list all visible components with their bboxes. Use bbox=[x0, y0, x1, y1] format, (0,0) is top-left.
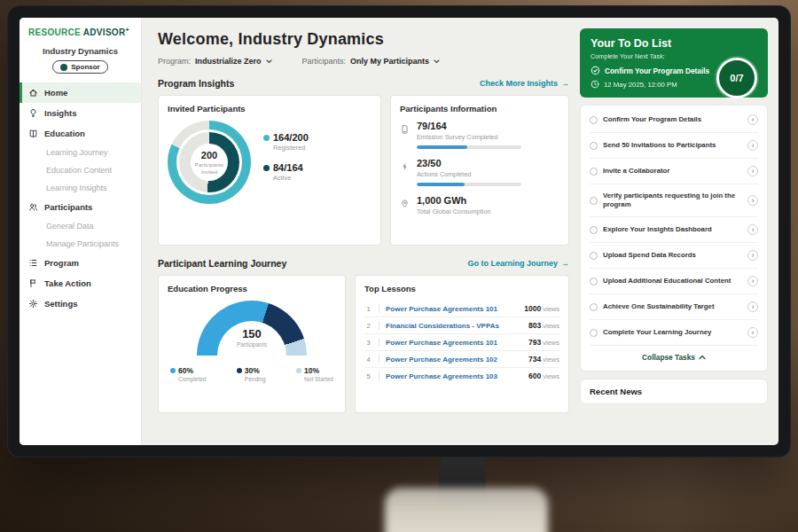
participant-learning-header: Participant Learning Journey Go to Learn… bbox=[158, 258, 569, 269]
divider bbox=[379, 372, 379, 380]
chevron-right-icon[interactable]: › bbox=[747, 224, 758, 235]
todo-tasks-card: Confirm Your Program Details › Send 50 I… bbox=[580, 105, 768, 372]
clock-icon bbox=[591, 80, 599, 89]
go-to-learning-journey-link[interactable]: Go to Learning Journey → bbox=[467, 259, 569, 268]
sidebar-item-manage-participants[interactable]: Manage Participants bbox=[20, 235, 141, 253]
bolt-icon bbox=[400, 158, 411, 186]
donut-center-value: 200 bbox=[201, 150, 217, 160]
task-checkbox[interactable] bbox=[590, 303, 598, 311]
legend-item: 10% Not Started bbox=[296, 366, 333, 382]
legend-dot bbox=[296, 368, 301, 373]
todo-task-row[interactable]: Achieve One Sustainability Target › bbox=[590, 294, 758, 320]
home-icon bbox=[28, 88, 38, 98]
screen: RESOURCE ADVISOR+ Industry Dynamics Spon… bbox=[20, 18, 778, 445]
sidebar-item-program[interactable]: Program bbox=[20, 253, 141, 273]
todo-task-row[interactable]: Explore Your Insights Dashboard › bbox=[590, 217, 758, 243]
todo-task-row[interactable]: Send 50 Invitations to Participants › bbox=[590, 133, 758, 159]
top-lessons-card: Top Lessons 1 Power Purchase Agreements … bbox=[355, 275, 569, 413]
lesson-link[interactable]: Power Purchase Agreements 102 bbox=[386, 356, 523, 364]
task-checkbox[interactable] bbox=[590, 278, 598, 286]
sidebar-item-participants[interactable]: Participants bbox=[20, 197, 141, 217]
sidebar-item-settings[interactable]: Settings bbox=[20, 293, 141, 314]
chevron-up-icon bbox=[699, 355, 706, 360]
chevron-right-icon[interactable]: › bbox=[747, 166, 758, 176]
monitor-stand-base bbox=[385, 488, 548, 532]
brand-logo: RESOURCE ADVISOR+ bbox=[20, 27, 141, 44]
meter-icon bbox=[400, 121, 411, 149]
todo-task-row[interactable]: Upload Additional Educational Content › bbox=[590, 269, 758, 294]
sidebar-item-home[interactable]: Home bbox=[20, 82, 141, 103]
lesson-link[interactable]: Financial Considerations - VPPAs bbox=[386, 322, 523, 330]
task-checkbox[interactable] bbox=[590, 197, 598, 205]
legend-item: 84/164 Active bbox=[263, 162, 309, 182]
chevron-right-icon[interactable]: › bbox=[747, 276, 758, 286]
program-insights-header: Program Insights Check More Insights → bbox=[158, 78, 569, 89]
page-title: Welcome, Industry Dynamics bbox=[158, 30, 569, 49]
todo-task-row[interactable]: Invite a Collaborator › bbox=[590, 159, 758, 184]
chevron-right-icon[interactable]: › bbox=[747, 195, 758, 206]
dashboard-app: RESOURCE ADVISOR+ Industry Dynamics Spon… bbox=[20, 18, 778, 445]
lesson-link[interactable]: Power Purchase Agreements 103 bbox=[386, 372, 523, 380]
task-checkbox[interactable] bbox=[590, 329, 598, 337]
sidebar-item-take-action[interactable]: Take Action bbox=[20, 273, 141, 293]
sidebar-item-insights[interactable]: Insights bbox=[20, 103, 141, 123]
lesson-link[interactable]: Power Purchase Agreements 101 bbox=[386, 339, 523, 347]
invited-participants-donut: 200 Participants Invited bbox=[168, 121, 251, 204]
brand-plus: + bbox=[125, 27, 129, 33]
desk-background: RESOURCE ADVISOR+ Industry Dynamics Spon… bbox=[0, 0, 798, 532]
chevron-right-icon[interactable]: › bbox=[747, 301, 758, 312]
task-checkbox[interactable] bbox=[590, 116, 598, 124]
todo-task-row[interactable]: Upload Spend Data Records › bbox=[590, 243, 758, 269]
brand-secondary: ADVISOR bbox=[83, 27, 126, 37]
task-checkbox[interactable] bbox=[590, 226, 598, 234]
section-title: Program Insights bbox=[158, 78, 234, 89]
todo-task-row[interactable]: Complete Your Learning Journey › bbox=[590, 320, 758, 346]
sidebar-item-learning-journey[interactable]: Learning Journey bbox=[20, 144, 141, 161]
org-name: Industry Dynamics bbox=[20, 46, 141, 56]
sidebar-nav: Home Insights Education Learning Journey bbox=[20, 82, 141, 314]
top-lessons-list: 1 Power Purchase Agreements 101 1000view… bbox=[364, 301, 559, 384]
stat-emission-survey: 79/164 Emission Survey Completed bbox=[400, 121, 559, 149]
todo-card: Your To Do List Complete Your Next Task:… bbox=[580, 28, 768, 98]
legend-item: 164/200 Registered bbox=[263, 132, 309, 152]
card-title: Education Progress bbox=[168, 284, 336, 293]
check-circle-icon bbox=[591, 66, 600, 75]
task-checkbox[interactable] bbox=[590, 252, 598, 260]
todo-progress-badge: 0/7 bbox=[716, 58, 757, 98]
todo-title: Your To Do List bbox=[591, 37, 757, 50]
chevron-right-icon[interactable]: › bbox=[747, 140, 758, 151]
program-filter-label: Program: bbox=[158, 57, 191, 66]
sidebar: RESOURCE ADVISOR+ Industry Dynamics Spon… bbox=[20, 18, 142, 445]
participants-filter-value: Only My Participants bbox=[350, 57, 429, 66]
donut-center-label: Participants Invited bbox=[195, 161, 223, 176]
sidebar-item-general-data[interactable]: General Data bbox=[20, 217, 141, 235]
task-checkbox[interactable] bbox=[590, 168, 598, 176]
divider bbox=[379, 355, 379, 364]
lesson-row: 2 Financial Considerations - VPPAs 803vi… bbox=[364, 317, 559, 334]
todo-task-row[interactable]: Verify participants requesting to join t… bbox=[590, 184, 758, 217]
chevron-right-icon[interactable]: › bbox=[747, 114, 758, 125]
sidebar-item-learning-insights[interactable]: Learning Insights bbox=[20, 179, 141, 197]
todo-task-row[interactable]: Confirm Your Program Details › bbox=[590, 107, 758, 133]
program-filter[interactable]: Program: Industrialize Zero bbox=[158, 57, 272, 66]
lesson-link[interactable]: Power Purchase Agreements 101 bbox=[386, 305, 519, 313]
education-progress-gauge: 150 Participants bbox=[197, 301, 307, 356]
filters-row: Program: Industrialize Zero Participants… bbox=[158, 57, 569, 66]
task-checkbox[interactable] bbox=[590, 142, 598, 150]
card-title: Top Lessons bbox=[364, 284, 559, 293]
chevron-right-icon[interactable]: › bbox=[747, 327, 758, 338]
lesson-row: 4 Power Purchase Agreements 102 734views bbox=[364, 351, 559, 368]
lesson-row: 1 Power Purchase Agreements 101 1000view… bbox=[364, 301, 559, 317]
check-more-insights-link[interactable]: Check More Insights → bbox=[480, 79, 569, 88]
participants-information-card: Participants Information 79/164 Emission… bbox=[390, 95, 569, 246]
program-filter-value: Industrialize Zero bbox=[195, 57, 262, 66]
sidebar-item-education-content[interactable]: Education Content bbox=[20, 161, 141, 179]
book-icon bbox=[28, 129, 38, 138]
collapse-tasks-button[interactable]: Collapse Tasks bbox=[590, 346, 758, 367]
sidebar-item-education[interactable]: Education bbox=[20, 123, 141, 144]
participants-filter[interactable]: Participants: Only My Participants bbox=[302, 57, 441, 66]
todo-next-task[interactable]: Confirm Your Program Details bbox=[591, 66, 724, 75]
chevron-right-icon[interactable]: › bbox=[747, 250, 758, 261]
sponsor-badge[interactable]: Sponsor bbox=[52, 60, 107, 74]
stat-actions-completed: 23/50 Actions Completed bbox=[400, 158, 559, 186]
